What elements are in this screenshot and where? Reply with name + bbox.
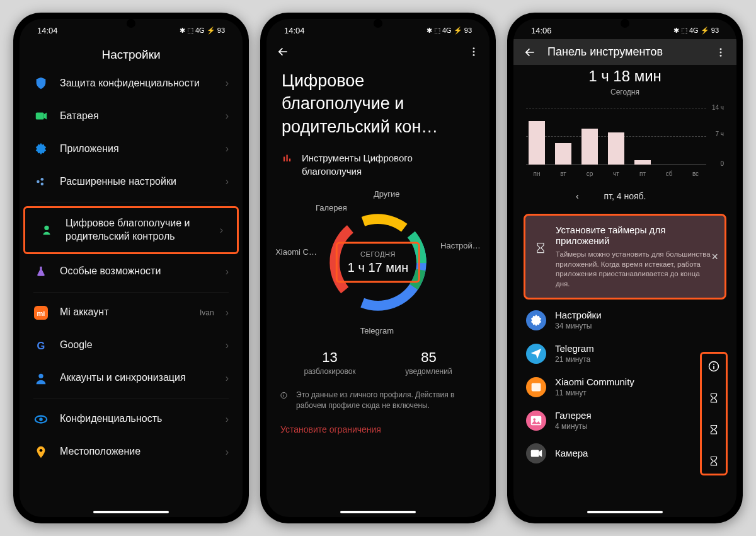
app-bar [266, 39, 490, 64]
settings-item-wellbeing[interactable]: Цифровое благополучие и родительский кон… [25, 208, 237, 252]
svg-point-13 [40, 449, 43, 452]
info-note: Это данные из личного профиля. Действия … [266, 385, 490, 416]
app-row[interactable]: Настройки 34 минуты [513, 303, 736, 337]
svg-rect-35 [531, 450, 539, 457]
stat-unlocks[interactable]: 13 разблокировок [304, 349, 355, 376]
timer-tip-card: Установите таймеры для приложений Таймер… [524, 214, 726, 300]
home-indicator[interactable] [93, 511, 169, 513]
back-icon[interactable] [524, 46, 536, 59]
chart-bar[interactable] [529, 121, 545, 165]
svg-marker-1 [44, 113, 47, 120]
hourglass-icon [534, 242, 547, 255]
settings-item[interactable]: G Google › [20, 329, 243, 362]
screen-settings: 14:04 ✱ ⬚ 4G ⚡ 93 Настройки Защита конфи… [20, 19, 243, 517]
settings-item[interactable]: Батарея › [20, 100, 243, 132]
status-indicators: ✱ ⬚ 4G ⚡ 93 [673, 26, 719, 35]
settings-item[interactable]: mi Mi аккаунт Ivan › [20, 296, 243, 329]
y-tick: 7 ч [715, 131, 724, 137]
pin-icon [33, 445, 49, 460]
chevron-right-icon: › [220, 224, 223, 236]
app-time: 4 минуты [555, 422, 724, 431]
svg-point-28 [720, 48, 722, 50]
svg-rect-26 [284, 395, 284, 397]
home-indicator[interactable] [587, 511, 663, 513]
chevron-right-icon: › [226, 110, 229, 122]
stat-notifications[interactable]: 85 уведомлений [405, 349, 452, 376]
date-nav: ‹ пт, 4 нояб. › [513, 180, 736, 210]
total-time: 1 ч 18 мин [513, 65, 736, 85]
seg-label: Xiaomi C… [275, 247, 317, 257]
item-label: Google [60, 339, 214, 352]
item-label: Местоположение [60, 445, 214, 458]
gear-icon [33, 141, 49, 156]
chart-bar[interactable] [581, 129, 598, 165]
page-title: Настройки [20, 39, 243, 67]
hourglass-icon[interactable] [708, 424, 719, 436]
eye-icon [33, 412, 49, 427]
hourglass-icon[interactable] [708, 393, 719, 404]
seg-label: Настрой… [440, 241, 481, 250]
current-date: пт, 4 нояб. [604, 191, 646, 201]
gear-icon [526, 310, 546, 330]
app-bar: Панель инструментов [513, 39, 736, 65]
settings-item[interactable]: Местоположение › [20, 436, 243, 469]
settings-item-accessibility[interactable]: Особые возможности › [20, 255, 243, 288]
usage-bar-chart[interactable]: 14 ч 7 ч 0 пнвтсрчтптсбвс [526, 108, 724, 177]
settings-item[interactable]: Конфиденциальность › [20, 403, 243, 436]
svg-point-14 [473, 47, 475, 49]
settings-item[interactable]: Приложения › [20, 132, 243, 165]
svg-text:G: G [37, 339, 45, 351]
item-label: Расширенные настройки [60, 175, 214, 189]
settings-item[interactable]: Защита конфиденциальности › [20, 67, 243, 100]
heart-person-icon [39, 223, 54, 238]
info-text: Это данные из личного профиля. Действия … [296, 390, 476, 411]
more-icon[interactable] [468, 46, 479, 57]
x-tick: пт [634, 170, 651, 177]
chevron-right-icon: › [226, 307, 229, 318]
back-icon[interactable] [277, 45, 289, 58]
more-icon[interactable] [715, 47, 726, 58]
chevron-right-icon: › [226, 340, 229, 351]
section-label: Инструменты Цифрового благополучия [302, 152, 474, 178]
svg-rect-19 [289, 159, 290, 161]
chart-bar[interactable] [634, 160, 651, 165]
item-label: Защита конфиденциальности [60, 77, 214, 90]
svg-point-6 [44, 225, 49, 230]
stats-row: 13 разблокировок 85 уведомлений [266, 344, 490, 385]
total-time: 1 ч 17 мин [348, 260, 408, 274]
chart-bar[interactable] [555, 143, 571, 165]
svg-point-16 [473, 54, 475, 56]
close-icon[interactable]: × [711, 250, 718, 264]
donut-chart[interactable]: Другие Галерея Xiaomi C… Telegram Настро… [266, 180, 490, 344]
chart-bar[interactable] [608, 132, 624, 165]
settings-item[interactable]: Аккаунты и синхронизация › [20, 362, 243, 395]
seg-label: Другие [374, 189, 400, 199]
tools-section: Инструменты Цифрового благополучия [266, 143, 490, 180]
app-name: Xiaomi Community [555, 376, 724, 387]
svg-rect-0 [36, 113, 44, 120]
divider [33, 292, 229, 293]
app-name: Настройки [555, 310, 724, 320]
info-icon[interactable] [707, 360, 720, 373]
settings-item[interactable]: Расширенные настройки › [20, 165, 243, 198]
phone-frame-1: 14:04 ✱ ⬚ 4G ⚡ 93 Настройки Защита конфи… [13, 13, 249, 523]
today-label: СЕГОДНЯ [348, 250, 408, 257]
svg-point-4 [41, 178, 44, 181]
item-label: Аккаунты и синхронизация [60, 371, 214, 385]
chevron-right-icon: › [226, 446, 229, 458]
g-icon: G [33, 338, 49, 353]
shield-icon [33, 76, 49, 91]
tip-title: Установите таймеры для приложений [556, 224, 716, 246]
seg-label: Telegram [360, 326, 394, 335]
home-indicator[interactable] [340, 511, 416, 513]
screen-wellbeing: 14:04 ✱ ⬚ 4G ⚡ 93 Цифровое благополучие … [266, 19, 490, 517]
set-limits-link[interactable]: Установите ограничения [266, 416, 490, 434]
notch [621, 19, 629, 28]
x-tick: ср [581, 170, 598, 177]
item-label: Батарея [60, 110, 214, 123]
chevron-right-icon: › [226, 78, 229, 89]
svg-point-3 [37, 180, 40, 184]
svg-point-29 [720, 51, 722, 53]
prev-day-icon[interactable]: ‹ [576, 191, 579, 201]
hourglass-icon[interactable] [708, 456, 719, 467]
